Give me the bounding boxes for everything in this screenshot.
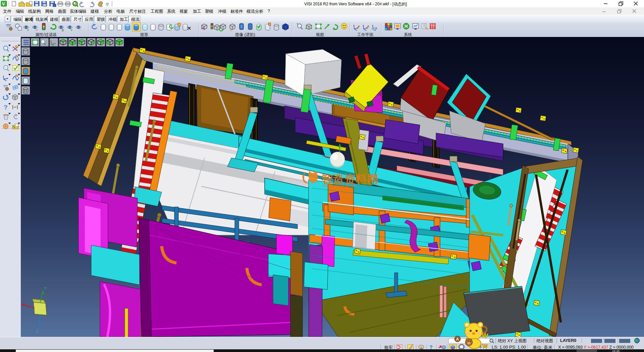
svg-text:−: −: [79, 28, 81, 32]
svg-text:±: ±: [62, 28, 64, 32]
svg-text:Y: Y: [44, 286, 47, 290]
svg-text:智造资料网: 智造资料网: [321, 173, 378, 185]
svg-text:W: W: [482, 343, 488, 350]
svg-text:W: W: [481, 331, 489, 340]
svg-text:V: V: [2, 1, 5, 6]
svg-text:±: ±: [230, 28, 232, 32]
svg-text:A: A: [456, 337, 459, 342]
svg-text:?: ?: [4, 104, 8, 111]
svg-text:−: −: [36, 28, 38, 32]
svg-text:WWW.ZHIZAOZILIAO.DATA: WWW.ZHIZAOZILIAO.DATA: [323, 184, 357, 187]
svg-text:+: +: [297, 22, 298, 26]
svg-text:Z: Z: [36, 329, 39, 333]
svg-text:+: +: [70, 28, 72, 32]
svg-text:+: +: [27, 28, 29, 32]
